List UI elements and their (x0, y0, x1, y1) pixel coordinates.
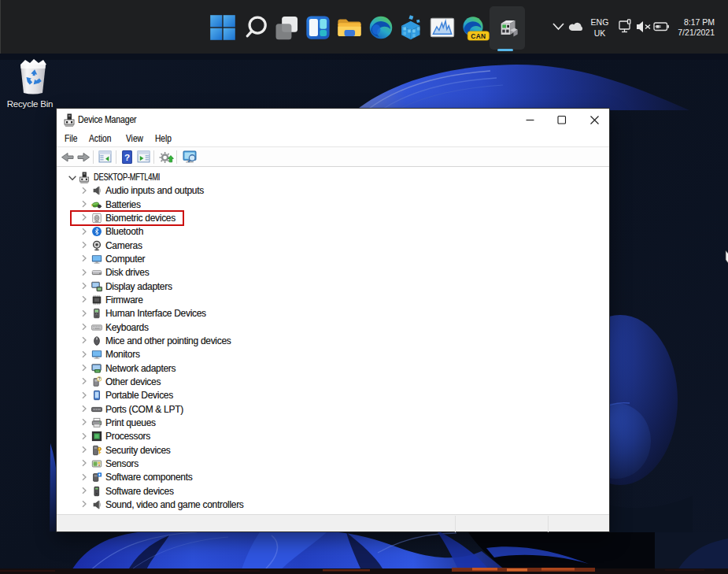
svg-text:?: ? (124, 152, 130, 162)
